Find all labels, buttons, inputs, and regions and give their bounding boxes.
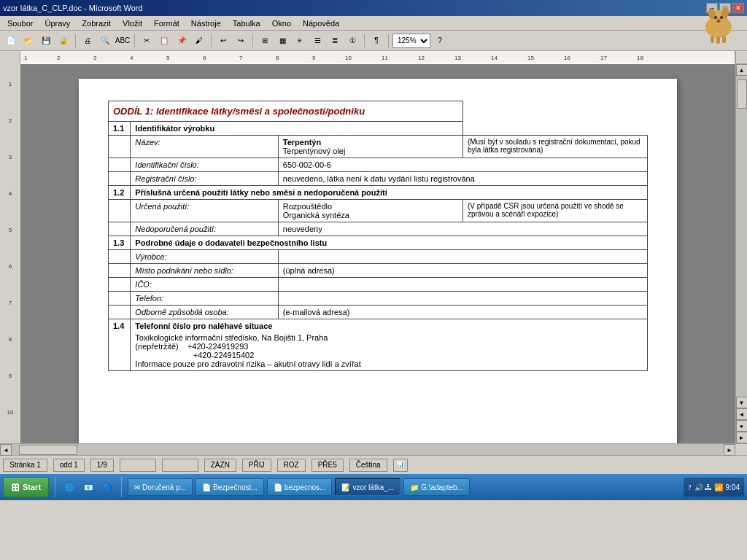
vertical-scrollbar[interactable]: ▲ ▼ ◄ ● ► bbox=[735, 64, 747, 443]
new-button[interactable]: 📄 bbox=[3, 33, 19, 49]
status-field1 bbox=[120, 459, 156, 472]
insert-columns-button[interactable]: ▦ bbox=[274, 33, 290, 49]
scroll-right-button[interactable]: ► bbox=[724, 444, 735, 456]
scroll-left-button[interactable]: ◄ bbox=[0, 444, 12, 456]
scroll-next-button[interactable]: ► bbox=[736, 432, 748, 443]
quicklaunch-ie[interactable]: 🌐 bbox=[61, 479, 77, 495]
value-nazev: Terpentýn Terpentýnový olej bbox=[278, 136, 462, 158]
scroll-track[interactable] bbox=[736, 76, 748, 397]
align-right-button[interactable]: ≣ bbox=[327, 33, 343, 49]
copy-button[interactable]: 📋 bbox=[156, 33, 172, 49]
menu-soubor[interactable]: Soubor bbox=[3, 18, 37, 29]
print-button[interactable]: 🖨 bbox=[80, 33, 96, 49]
scroll-prev-button[interactable]: ◄ bbox=[736, 408, 748, 420]
quicklaunch-3[interactable]: 🔵 bbox=[99, 479, 115, 495]
status-trk: PŘIJ bbox=[242, 459, 271, 472]
table-row: 1.4 Telefonní číslo pro naléhavé situace… bbox=[109, 319, 648, 371]
status-icon-button[interactable]: 📊 bbox=[393, 459, 408, 472]
paste-button[interactable]: 📌 bbox=[174, 33, 190, 49]
table-row: 1.1 Identifikátor výrobku bbox=[109, 122, 648, 136]
status-section-text: odd 1 bbox=[60, 461, 78, 469]
table-row: Nedoporučená použití: neuvedeny bbox=[109, 222, 648, 236]
svg-rect-9 bbox=[711, 36, 714, 43]
scroll-up-button[interactable]: ▲ bbox=[736, 64, 748, 76]
separator-2 bbox=[134, 34, 135, 47]
label-vyrobce: Výrobce: bbox=[131, 250, 278, 264]
table-row: Registrační číslo: neuvedeno, látka není… bbox=[109, 172, 648, 186]
svg-point-4 bbox=[714, 16, 717, 19]
menu-nastroje[interactable]: Nástroje bbox=[187, 18, 225, 29]
value-ico bbox=[278, 278, 647, 292]
toolbar-1: 📄 📂 💾 🔒 🖨 🔍 ABC ✂ 📋 📌 🖌 ↩ ↪ ⊞ ▦ ≡ ☰ ≣ ① … bbox=[0, 31, 747, 51]
zoom-select[interactable]: 125% 100% 75% bbox=[392, 34, 430, 48]
ruler-marks: 1 2 3 4 5 6 7 8 9 10 11 12 13 14 15 16 1… bbox=[20, 51, 735, 64]
menu-vlozit[interactable]: Vložit bbox=[118, 18, 147, 29]
menu-format[interactable]: Formát bbox=[150, 18, 184, 29]
start-label: Start bbox=[23, 483, 41, 491]
section-14-text: Toxikologické informační středisko, Na B… bbox=[135, 333, 643, 368]
label-nedop: Nedoporučená použití: bbox=[131, 222, 278, 236]
taskbar-separator-2 bbox=[121, 477, 122, 497]
status-ext-text: ROZ bbox=[284, 461, 299, 469]
save-button[interactable]: 💾 bbox=[38, 33, 54, 49]
preview-button[interactable]: 🔍 bbox=[97, 33, 113, 49]
task-1-label: Doručená p... bbox=[142, 483, 186, 491]
status-page: Stránka 1 bbox=[3, 459, 47, 472]
menu-zobrazit[interactable]: Zobrazit bbox=[77, 18, 115, 29]
empty-cell bbox=[109, 250, 131, 264]
table-row: Výrobce: bbox=[109, 250, 648, 264]
note-urcena: (V případě CSR jsou určená použití ve sh… bbox=[462, 200, 647, 222]
label-odborne: Odborně způsobilá osoba: bbox=[131, 306, 278, 319]
svg-text:5: 5 bbox=[166, 55, 170, 61]
scroll-thumb[interactable] bbox=[737, 79, 747, 109]
empty-cell bbox=[109, 200, 131, 222]
tray-icon-question[interactable]: ? bbox=[688, 483, 691, 491]
label-id: Identifikační číslo: bbox=[131, 158, 278, 172]
status-language: Čeština bbox=[349, 459, 387, 472]
cut-button[interactable]: ✂ bbox=[139, 33, 155, 49]
status-page-text: Stránka 1 bbox=[9, 461, 41, 469]
vertical-ruler: 1 2 3 4 5 6 7 8 9 10 bbox=[0, 64, 20, 443]
start-button[interactable]: ⊞ Start bbox=[3, 477, 49, 497]
status-bar: Stránka 1 odd 1 1/9 ZÁZN PŘIJ ROZ PŘE5 Č… bbox=[0, 455, 747, 474]
spellcheck-button[interactable]: ABC bbox=[115, 33, 131, 49]
scroll-h-track[interactable] bbox=[12, 444, 724, 455]
svg-point-5 bbox=[720, 16, 723, 19]
svg-text:9: 9 bbox=[312, 55, 316, 61]
taskbar: ⊞ Start 🌐 📧 🔵 ✉ Doručená p... 📄 Bezpečno… bbox=[0, 474, 747, 500]
section-11-header: Identifikátor výrobku bbox=[131, 122, 463, 136]
menu-bar: Soubor Úpravy Zobrazit Vložit Formát Nás… bbox=[0, 16, 747, 31]
menu-upravy[interactable]: Úpravy bbox=[40, 18, 74, 29]
taskbar-task-2[interactable]: 📄 Bezpečnost... bbox=[196, 478, 264, 496]
table-row: 1.3 Podrobné údaje o dodavateli bezpečno… bbox=[109, 236, 648, 250]
quicklaunch-2[interactable]: 📧 bbox=[80, 479, 96, 495]
taskbar-task-1[interactable]: ✉ Doručená p... bbox=[128, 478, 193, 496]
align-left-button[interactable]: ≡ bbox=[292, 33, 308, 49]
svg-text:4: 4 bbox=[130, 55, 133, 61]
document-area: ODDÍL 1: Identifikace látky/směsi a spol… bbox=[20, 64, 735, 443]
document-scroll[interactable]: ODDÍL 1: Identifikace látky/směsi a spol… bbox=[20, 64, 735, 443]
menu-okno[interactable]: Okno bbox=[268, 18, 295, 29]
taskbar-task-3[interactable]: 📄 bezpecnos... bbox=[267, 478, 333, 496]
task-3-label: bezpecnos... bbox=[285, 483, 326, 491]
zoom-help-button[interactable]: ? bbox=[432, 33, 448, 49]
menu-tabulka[interactable]: Tabulka bbox=[228, 18, 265, 29]
align-center-button[interactable]: ☰ bbox=[309, 33, 325, 49]
menu-napoveda[interactable]: Nápověda bbox=[298, 18, 344, 29]
permissions-button[interactable]: 🔒 bbox=[55, 33, 71, 49]
redo-button[interactable]: ↪ bbox=[233, 33, 249, 49]
open-button[interactable]: 📂 bbox=[20, 33, 36, 49]
scroll-dot-button[interactable]: ● bbox=[736, 420, 748, 432]
format-painter-button[interactable]: 🖌 bbox=[191, 33, 207, 49]
scroll-down-button[interactable]: ▼ bbox=[736, 397, 748, 408]
scroll-h-thumb[interactable] bbox=[19, 445, 77, 455]
taskbar-task-4[interactable]: 📝 vzor látka_... bbox=[335, 478, 400, 496]
show-para-button[interactable]: ¶ bbox=[368, 33, 384, 49]
taskbar-task-5[interactable]: 📁 G:\adapteb... bbox=[403, 478, 470, 496]
numbering-button[interactable]: ① bbox=[344, 33, 360, 49]
section-14-content: Telefonní číslo pro naléhavé situace Tox… bbox=[131, 319, 648, 371]
insert-table-button[interactable]: ⊞ bbox=[257, 33, 273, 49]
undo-button[interactable]: ↩ bbox=[215, 33, 231, 49]
svg-text:13: 13 bbox=[454, 55, 461, 61]
horizontal-scrollbar[interactable]: ◄ ► bbox=[0, 443, 747, 455]
